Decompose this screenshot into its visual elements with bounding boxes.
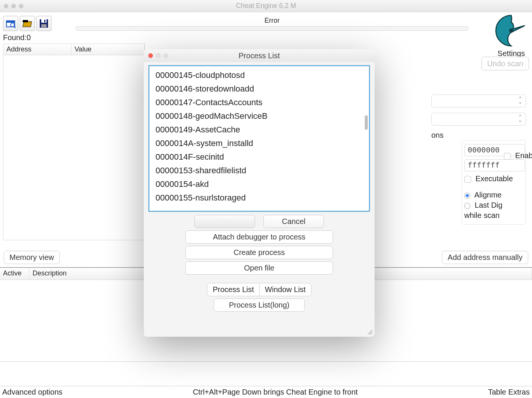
svg-rect-9 [41, 24, 47, 27]
tab-window-list[interactable]: Window List [259, 283, 311, 296]
process-listbox[interactable]: 00000145-cloudphotosd 00000146-storedown… [148, 65, 370, 212]
resize-grip-icon[interactable] [367, 329, 373, 335]
checkbox-icon [504, 153, 511, 160]
mem-stop-field[interactable]: fffffff [464, 159, 525, 171]
stepper-icon: ⌃⌄ [518, 97, 523, 103]
list-mode-toggle[interactable]: Process List Window List [207, 283, 311, 296]
error-label: Error [76, 17, 468, 25]
main-titlebar: Cheat Engine 6.2 M [0, 0, 532, 12]
svg-rect-8 [44, 20, 45, 22]
process-list-long-button[interactable]: Process List(long) [214, 298, 305, 312]
select-process-button[interactable] [3, 16, 18, 31]
executable-checkbox[interactable]: Executable [464, 174, 523, 183]
undo-scan-button[interactable]: Undo scan [481, 57, 529, 70]
radio-icon [464, 193, 470, 199]
open-file-button[interactable]: Open file [185, 261, 333, 275]
save-button[interactable] [36, 16, 51, 31]
attach-debugger-button[interactable]: Attach debugger to process [185, 230, 333, 244]
window-title: Cheat Engine 6.2 M [0, 2, 532, 10]
svg-point-10 [509, 29, 513, 33]
list-item[interactable]: 0000014A-system_installd [154, 137, 364, 150]
dialog-titlebar: Process List [144, 49, 375, 62]
checkbox-icon [464, 176, 471, 183]
stepper-icon: ⌃⌄ [518, 115, 523, 121]
list-item[interactable]: 00000147-ContactsAccounts [154, 96, 364, 109]
col-header-value[interactable]: Value [72, 44, 145, 55]
alignment-radio[interactable]: Alignme [464, 191, 523, 199]
add-address-manually-button[interactable]: Add address manually [442, 251, 528, 264]
dialog-title: Process List [144, 51, 375, 60]
toolbar: Error [0, 12, 532, 33]
options-label: ons [431, 131, 526, 140]
last-digits-radio[interactable]: Last Dig [464, 201, 523, 210]
pause-while-scan-checkbox[interactable]: while scan [464, 211, 523, 220]
list-item[interactable]: 00000155-nsurlstoraged [154, 191, 364, 205]
list-item[interactable]: 00000148-geodMachServiceB [154, 109, 364, 123]
col-header-address[interactable]: Address [3, 44, 72, 55]
open-file-button[interactable] [20, 16, 35, 31]
memory-view-button[interactable]: Memory view [4, 251, 60, 264]
svg-rect-5 [23, 20, 28, 22]
advanced-options-button[interactable]: Advanced options [2, 388, 62, 396]
scan-type-select[interactable]: ⌃⌄ [431, 95, 526, 107]
svg-rect-1 [6, 21, 15, 23]
list-item[interactable]: 00000154-akd [154, 177, 364, 191]
svg-rect-7 [41, 19, 47, 23]
process-list-dialog: Process List 00000145-cloudphotosd 00000… [144, 49, 375, 337]
col-header-active[interactable]: Active [0, 268, 30, 280]
progress-bar [76, 26, 468, 31]
value-type-select[interactable]: ⌃⌄ [431, 113, 526, 126]
cheat-engine-logo-icon[interactable] [494, 14, 528, 48]
tab-process-list[interactable]: Process List [207, 283, 259, 296]
enable-speedhack-checkbox[interactable]: Enable Speedha [504, 151, 532, 160]
svg-line-13 [372, 334, 372, 334]
status-bar: Advanced options Ctrl+Alt+Page Down brin… [0, 386, 532, 398]
svg-marker-4 [23, 22, 32, 27]
cancel-button[interactable]: Cancel [263, 215, 324, 228]
list-item[interactable]: 0000014F-secinitd [154, 150, 364, 164]
progress-area: Error [76, 17, 468, 31]
list-item[interactable]: 00000149-AssetCache [154, 123, 364, 137]
status-hint: Ctrl+Alt+Page Down brings Cheat Engine t… [193, 388, 358, 396]
list-item[interactable]: 00000146-storedownloadd [154, 82, 364, 96]
table-extras-button[interactable]: Table Extras [488, 388, 530, 396]
found-count: Found:0 [0, 33, 532, 44]
radio-icon [464, 203, 470, 209]
list-item[interactable]: 00000153-sharedfilelistd [154, 164, 364, 177]
scrollbar-thumb[interactable] [365, 115, 368, 130]
open-button[interactable]: Open [194, 215, 255, 228]
results-list[interactable]: Address Value [3, 44, 145, 240]
create-process-button[interactable]: Create process [185, 246, 333, 259]
list-item[interactable]: 00000145-cloudphotosd [154, 68, 364, 82]
